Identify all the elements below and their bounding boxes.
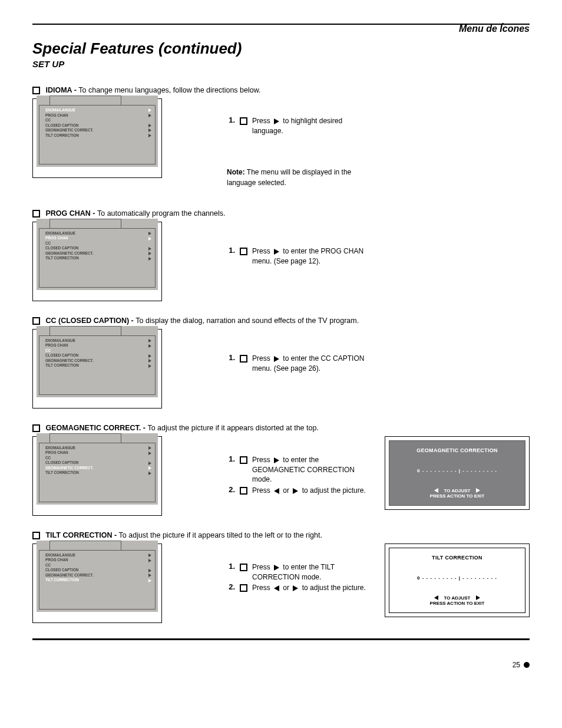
menu-item: PROG CHAN bbox=[45, 236, 151, 241]
arrow-right-icon bbox=[476, 488, 480, 493]
menu-item: TILT CORRECTION bbox=[45, 578, 151, 583]
section-cc-label: CC (CLOSED CAPTION) - To display the dia… bbox=[32, 317, 530, 325]
arrow-right-icon bbox=[293, 585, 298, 591]
step-text: Press to enter the GEOMAGNETIC CORRECTIO… bbox=[252, 455, 371, 485]
menu-item: CC bbox=[45, 241, 151, 246]
arrow-left-icon bbox=[434, 488, 438, 493]
section-tilt-label: TILT CORRECTION - To adjust the picture … bbox=[32, 531, 530, 540]
chevron-right-icon bbox=[148, 257, 151, 261]
section-body: 1. Press to highlight desired language. … bbox=[227, 98, 371, 194]
arrow-right-icon bbox=[476, 595, 480, 600]
chevron-right-icon bbox=[148, 124, 151, 127]
label-text: CC (CLOSED CAPTION) - bbox=[45, 317, 135, 325]
chevron-right-icon bbox=[148, 339, 151, 342]
bullet-icon bbox=[32, 532, 40, 539]
menu-item: CC bbox=[45, 563, 151, 568]
chevron-right-icon bbox=[148, 359, 151, 363]
menu-item: CLOSED CAPTION bbox=[45, 568, 151, 573]
panel-footer: TO ADJUST PRESS ACTION TO EXIT bbox=[394, 595, 520, 607]
right-header: Menu de Ícones bbox=[32, 24, 530, 34]
arrow-right-icon bbox=[274, 565, 279, 571]
chevron-right-icon bbox=[148, 579, 151, 582]
section-idioma: SET UP IDIOMA/LANGUE PROG CHAN CC CLOSED… bbox=[32, 98, 530, 194]
chevron-right-icon bbox=[148, 569, 151, 572]
square-icon bbox=[240, 355, 247, 363]
step: 2. Press or to adjust the picture. bbox=[227, 486, 371, 496]
page-subtitle: SET UP bbox=[32, 59, 530, 70]
label-sub: To adjust the picture if it appears tilt… bbox=[119, 531, 322, 539]
section-geo-label: GEOMAGNETIC CORRECT. - To adjust the pic… bbox=[32, 424, 530, 433]
menu-item: PROG CHAN bbox=[45, 113, 151, 118]
label-text: IDIOMA - bbox=[45, 86, 78, 94]
menu-item: CC bbox=[45, 456, 151, 461]
section-tilt: SET UP IDIOMA/LANGUE PROG CHAN CC CLOSED… bbox=[32, 543, 530, 623]
step-text: Press or to adjust the picture. bbox=[252, 583, 371, 593]
bottom-rule bbox=[32, 638, 530, 640]
step: 2. Press or to adjust the picture. bbox=[227, 583, 371, 593]
section-progchan-label: PROG CHAN - To automatically program the… bbox=[32, 209, 530, 218]
label-sub: To change menu languages, follow the dir… bbox=[78, 86, 260, 94]
dot-icon bbox=[524, 662, 530, 668]
label-sub: To automatically program the channels. bbox=[97, 209, 225, 218]
step-number: 1. bbox=[227, 455, 235, 463]
step-text: Press or to adjust the picture. bbox=[252, 486, 371, 496]
chevron-right-icon bbox=[148, 252, 151, 255]
menu-item: IDIOMA/LANGUE bbox=[45, 553, 151, 558]
menu-item: IDIOMA/LANGUE bbox=[45, 108, 151, 113]
page: Menu de Ícones Special Features (continu… bbox=[0, 0, 562, 686]
menu-item: CLOSED CAPTION bbox=[45, 123, 151, 129]
arrow-left-icon bbox=[274, 585, 279, 591]
bullet-icon bbox=[32, 87, 40, 94]
label-text: PROG CHAN - bbox=[45, 209, 97, 218]
panel-title: GEOMAGNETIC CORRECTION bbox=[394, 447, 520, 454]
menu-item: IDIOMA/LANGUE bbox=[45, 231, 151, 236]
menu-body: IDIOMA/LANGUE PROG CHAN CC CLOSED CAPTIO… bbox=[39, 105, 156, 164]
arrow-right-icon bbox=[274, 249, 279, 255]
label-text: TILT CORRECTION - bbox=[45, 531, 118, 539]
bullet-icon bbox=[32, 317, 40, 325]
page-number: 25 bbox=[513, 661, 520, 668]
menu-item: CLOSED CAPTION bbox=[45, 353, 151, 358]
square-icon bbox=[240, 487, 247, 495]
arrow-right-icon bbox=[274, 118, 279, 124]
menu-item: PROG CHAN bbox=[45, 450, 151, 456]
step-text: Press to enter the TILT CORRECTION mode. bbox=[252, 562, 371, 582]
menu-item: GEOMAGNETIC CORRECT. bbox=[45, 128, 151, 133]
geo-panel: GEOMAGNETIC CORRECTION 0 - - - - - - - -… bbox=[385, 436, 530, 510]
menu-item: CLOSED CAPTION bbox=[45, 460, 151, 466]
chevron-right-icon bbox=[148, 232, 151, 235]
chevron-right-icon bbox=[148, 446, 151, 450]
menu-thumbnail: SET UP IDIOMA/LANGUE PROG CHAN CC CLOSED… bbox=[32, 436, 162, 516]
label-sub: To display the dialog, narration and sou… bbox=[135, 317, 359, 325]
arrow-right-icon bbox=[293, 488, 298, 494]
step-number: 2. bbox=[227, 486, 235, 493]
panel-scale: 0 - - - - - - - - - | - - - - - - - - - bbox=[394, 576, 520, 581]
square-icon bbox=[240, 117, 247, 125]
step-text: Press to highlight desired language. bbox=[252, 116, 371, 136]
step: 1. Press to enter the CC CAPTION menu. (… bbox=[227, 354, 371, 374]
chevron-right-icon bbox=[148, 364, 151, 368]
chevron-right-icon bbox=[148, 559, 151, 562]
menu-item: GEOMAGNETIC CORRECT. bbox=[45, 573, 151, 578]
chevron-right-icon bbox=[148, 108, 151, 112]
step: 1. Press to enter the PROG CHAN menu. (S… bbox=[227, 246, 371, 266]
section-idioma-label: IDIOMA - To change menu languages, follo… bbox=[32, 86, 530, 95]
step-number: 1. bbox=[227, 562, 235, 570]
menu-item: GEOMAGNETIC CORRECT. bbox=[45, 251, 151, 256]
page-title: Special Features (continued) bbox=[32, 40, 530, 57]
label-sub: To adjust the picture if it appears dist… bbox=[147, 424, 318, 432]
arrow-left-icon bbox=[434, 595, 438, 600]
step-number: 2. bbox=[227, 583, 235, 591]
chevron-right-icon bbox=[148, 114, 151, 117]
chevron-right-icon bbox=[148, 452, 151, 455]
menu-item: CLOSED CAPTION bbox=[45, 246, 151, 251]
step-number: 1. bbox=[227, 354, 235, 361]
menu-item: IDIOMA/LANGUE bbox=[45, 338, 151, 344]
menu-item: IDIOMA/LANGUE bbox=[45, 446, 151, 451]
note: Note: Note: The menu will be displayed i… bbox=[227, 167, 371, 188]
arrow-left-icon bbox=[274, 488, 279, 494]
step-text: Press to enter the PROG CHAN menu. (See … bbox=[252, 246, 371, 266]
chevron-right-icon bbox=[148, 247, 151, 251]
menu-item: PROG CHAN bbox=[45, 558, 151, 563]
menu-item: TILT CORRECTION bbox=[45, 470, 151, 476]
